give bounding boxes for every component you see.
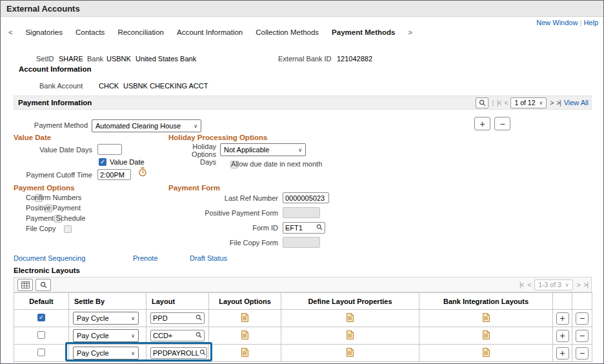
col-layout-options: Layout Options xyxy=(209,293,281,310)
table-header-row: Default Settle By Layout Layout Options … xyxy=(14,293,592,310)
add-row-button[interactable]: + xyxy=(556,330,569,342)
next-page-icon[interactable]: > xyxy=(550,99,553,106)
layout-options-icon[interactable] xyxy=(241,333,249,341)
value-date-checkbox[interactable] xyxy=(99,158,106,166)
chevron-down-icon: ∨ xyxy=(131,316,135,321)
settle-by-select[interactable]: Pay Cycle∨ xyxy=(73,329,139,342)
chevron-down-icon: ∨ xyxy=(194,123,197,129)
col-delete xyxy=(572,293,592,310)
settle-by-value: Pay Cycle xyxy=(77,332,109,339)
help-link[interactable]: Help xyxy=(583,19,598,26)
file-copy-checkbox[interactable] xyxy=(64,225,72,233)
tabs-scroll-left-icon[interactable]: < xyxy=(8,28,12,36)
form-id-label: Form ID xyxy=(181,224,278,232)
tab-collection-methods[interactable]: Collection Methods xyxy=(256,28,319,36)
layout-options-icon[interactable] xyxy=(241,350,249,358)
layout-prompt-field[interactable]: CCD+ xyxy=(150,330,205,341)
add-row-button[interactable]: + xyxy=(556,312,569,325)
chevron-down-icon: ∨ xyxy=(539,100,543,106)
payment-form-heading: Payment Form xyxy=(168,184,220,192)
prenote-link[interactable]: Prenote xyxy=(133,254,158,262)
settle-by-select[interactable]: Pay Cycle∨ xyxy=(73,347,139,359)
grid-row-counter-value: 1-3 of 3 xyxy=(538,281,561,288)
bank-code-value: USBNK xyxy=(106,55,131,63)
layout-options-icon[interactable] xyxy=(241,316,249,323)
chevron-down-icon: ∨ xyxy=(565,282,569,288)
row-counter-select[interactable]: 1 of 12 ∨ xyxy=(510,97,547,108)
search-icon[interactable] xyxy=(199,349,206,357)
table-row: Pay Cycle∨ PPD + − xyxy=(14,310,592,327)
default-checkbox[interactable] xyxy=(37,331,45,339)
tab-reconciliation[interactable]: Reconciliation xyxy=(117,28,164,36)
separator: | xyxy=(492,99,494,106)
confirm-numbers-label: Confirm Numbers xyxy=(26,194,81,201)
delete-row-button[interactable]: − xyxy=(494,117,510,130)
tab-bar: < Signatories Contacts Reconciliation Ac… xyxy=(8,28,412,36)
add-row-button[interactable]: + xyxy=(556,347,569,359)
document-sequencing-link[interactable]: Document Sequencing xyxy=(14,254,85,262)
tabs-scroll-right-icon[interactable]: > xyxy=(408,28,412,36)
grid-personalize-icon[interactable] xyxy=(17,279,33,291)
bank-integration-layouts-icon[interactable] xyxy=(482,316,490,323)
holiday-options-select[interactable]: Not Applicable ∨ xyxy=(220,143,306,156)
setid-label: SetID xyxy=(36,55,54,63)
grid-search-icon[interactable] xyxy=(35,279,51,291)
draft-status-link[interactable]: Draft Status xyxy=(190,254,227,262)
payment-schedule-label: Payment Schedule xyxy=(26,214,85,222)
search-icon[interactable] xyxy=(476,97,488,108)
positive-payment-form-input xyxy=(283,207,320,218)
electronic-layouts-table: Default Settle By Layout Layout Options … xyxy=(14,292,592,362)
prev-page-icon[interactable]: < xyxy=(505,99,508,106)
define-layout-properties-icon[interactable] xyxy=(346,350,354,358)
file-copy-label: File Copy xyxy=(26,225,55,232)
delete-row-button[interactable]: − xyxy=(576,330,589,342)
last-ref-number-input[interactable] xyxy=(283,192,329,203)
form-id-prompt-field[interactable]: EFT1 xyxy=(283,222,325,234)
bank-account-code: CHCK xyxy=(99,82,119,90)
settle-by-value: Pay Cycle xyxy=(77,349,109,357)
payment-method-select[interactable]: Automated Clearing House ∨ xyxy=(92,119,201,132)
payment-options-heading: Payment Options xyxy=(14,184,75,192)
view-all-link[interactable]: View All xyxy=(564,99,589,106)
grid-row-counter-select[interactable]: 1-3 of 3 ∨ xyxy=(534,279,572,290)
tab-contacts[interactable]: Contacts xyxy=(76,28,105,36)
add-row-button[interactable]: + xyxy=(474,117,490,130)
grid-prev-page-icon: < xyxy=(527,281,530,288)
new-window-link[interactable]: New Window xyxy=(536,19,578,26)
form-id-value: EFT1 xyxy=(285,224,303,232)
external-bank-id-value: 121042882 xyxy=(337,55,372,63)
separator: | xyxy=(579,19,581,26)
first-page-icon[interactable]: |< xyxy=(497,99,501,106)
bank-integration-layouts-icon[interactable] xyxy=(482,350,490,358)
define-layout-properties-icon[interactable] xyxy=(346,333,354,341)
search-icon[interactable] xyxy=(196,332,202,339)
clock-icon[interactable] xyxy=(138,167,147,178)
search-icon[interactable] xyxy=(316,224,323,232)
search-icon[interactable] xyxy=(196,314,202,322)
delete-row-button[interactable]: − xyxy=(576,347,589,359)
table-row: Pay Cycle∨ PPDPAYROLL + − xyxy=(14,345,592,362)
last-page-icon[interactable]: >| xyxy=(556,99,560,106)
tab-account-information[interactable]: Account Information xyxy=(177,28,243,36)
chevron-down-icon: ∨ xyxy=(131,333,135,339)
col-layout: Layout xyxy=(146,293,209,310)
bank-integration-layouts-icon[interactable] xyxy=(482,333,490,341)
external-accounts-page: External Accounts New Window | Help < Si… xyxy=(0,0,604,364)
define-layout-properties-icon[interactable] xyxy=(346,316,354,323)
layout-prompt-field[interactable]: PPDPAYROLL xyxy=(150,347,207,359)
holiday-options-days-label: Holiday Options Days xyxy=(172,143,216,166)
account-information-heading: Account Information xyxy=(19,65,91,73)
value-date-days-input[interactable] xyxy=(97,144,122,155)
layout-prompt-field[interactable]: PPD xyxy=(150,312,205,324)
tab-signatories[interactable]: Signatories xyxy=(25,28,63,36)
tab-payment-methods[interactable]: Payment Methods xyxy=(332,28,395,36)
settle-by-select[interactable]: Pay Cycle∨ xyxy=(73,312,139,325)
payment-cutoff-input[interactable] xyxy=(97,169,131,180)
settle-by-value: Pay Cycle xyxy=(77,314,109,322)
page-title: External Accounts xyxy=(6,4,80,14)
positive-payment-form-label: Positive Payment Form xyxy=(181,209,278,217)
default-checkbox[interactable] xyxy=(37,349,45,356)
delete-row-button[interactable]: − xyxy=(576,312,589,325)
payment-method-label: Payment Method xyxy=(14,121,88,129)
default-checkbox[interactable] xyxy=(37,314,45,321)
